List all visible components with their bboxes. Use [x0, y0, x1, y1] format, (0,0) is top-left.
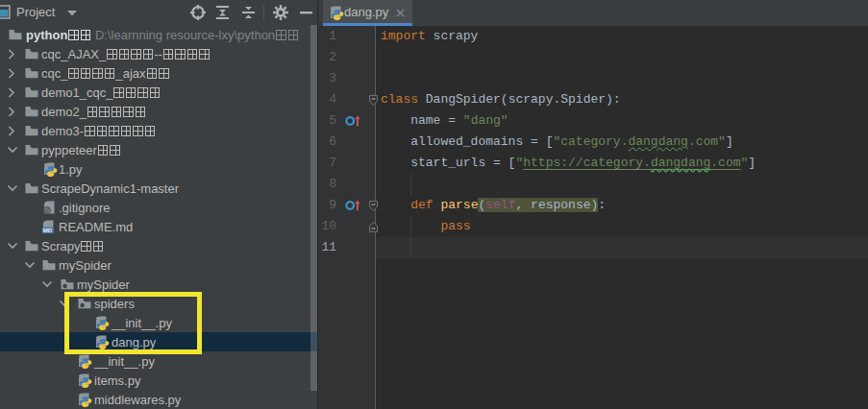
svg-text:MD: MD — [43, 228, 53, 233]
